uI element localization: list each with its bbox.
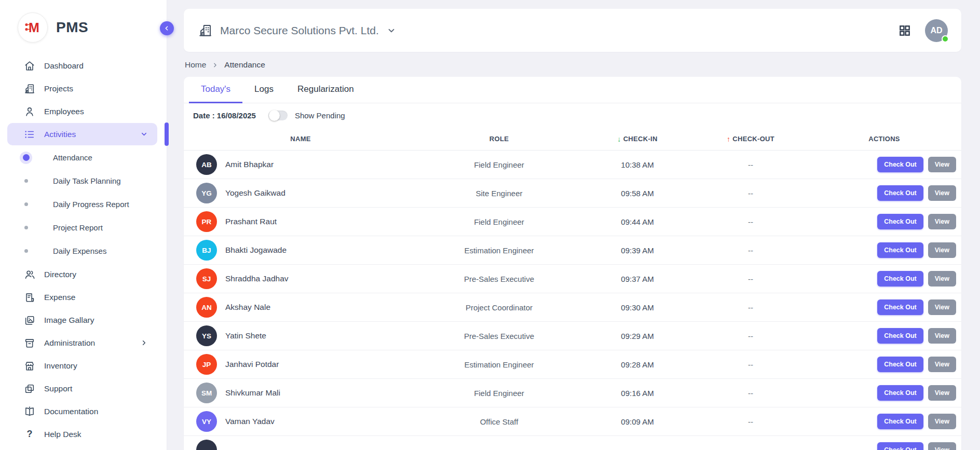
check-out-button[interactable]: Check Out <box>877 242 923 258</box>
topbar: Marco Secure Solutions Pvt. Ltd. AD <box>184 9 961 52</box>
sidebar-item-label: Support <box>44 384 148 393</box>
employee-cell <box>184 440 417 450</box>
online-status-dot <box>942 35 949 43</box>
column-header-check-out[interactable]: ↑CHECK-OUT <box>694 135 807 143</box>
chevron-down <box>140 130 148 138</box>
check-out-button[interactable]: Check Out <box>877 271 923 287</box>
sidebar-item-daily-task-planning[interactable]: Daily Task Planning <box>0 169 167 193</box>
sidebar-item-directory[interactable]: Directory <box>7 263 157 285</box>
employee-role: Field Engineer <box>417 217 581 226</box>
column-header-name: NAME <box>184 135 417 143</box>
sidebar-item-inventory[interactable]: Inventory <box>7 354 157 377</box>
check-out-time: -- <box>694 389 807 398</box>
check-out-time: -- <box>694 189 807 198</box>
row-actions: Check OutView <box>807 242 961 258</box>
bullet-icon <box>20 245 32 257</box>
employee-cell: VYVaman Yadav <box>184 411 417 432</box>
apps-grid-icon[interactable] <box>898 24 911 37</box>
user-avatar[interactable]: AD <box>925 19 948 42</box>
row-actions: Check OutView <box>807 357 961 372</box>
sidebar-item-administration[interactable]: Administration <box>7 332 157 354</box>
view-button[interactable]: View <box>928 185 956 201</box>
table-header: NAMEROLE↓CHECK-IN↑CHECK-OUTACTIONS <box>184 128 961 151</box>
column-header-check-in[interactable]: ↓CHECK-IN <box>581 135 694 143</box>
employee-cell: ANAkshay Nale <box>184 297 417 318</box>
sidebar-item-help-desk[interactable]: ?Help Desk <box>7 423 157 445</box>
tab-regularization[interactable]: Regularization <box>285 77 366 103</box>
sidebar-item-label: Projects <box>44 84 148 93</box>
table-row: BJBhakti JogawadeEstimation Engineer09:3… <box>184 236 961 265</box>
check-out-button[interactable]: Check Out <box>877 442 923 450</box>
check-in-time: 09:29 AM <box>581 332 694 340</box>
view-button[interactable]: View <box>928 157 956 172</box>
employee-role: Office Staff <box>417 417 581 426</box>
employee-name: Yogesh Gaikwad <box>225 188 285 198</box>
sidebar-item-activities[interactable]: Activities <box>7 123 157 145</box>
sidebar-item-documentation[interactable]: Documentation <box>7 400 157 422</box>
column-header-label: CHECK-OUT <box>732 135 774 143</box>
breadcrumb-separator-icon <box>212 62 219 69</box>
sidebar-item-daily-expenses[interactable]: Daily Expenses <box>0 239 167 263</box>
sidebar-nav: DashboardProjectsEmployeesActivitiesAtte… <box>0 54 167 445</box>
row-actions: Check OutView <box>807 414 961 429</box>
check-out-button[interactable]: Check Out <box>877 214 923 229</box>
show-pending-toggle[interactable] <box>268 111 288 120</box>
breadcrumb-item-home[interactable]: Home <box>185 60 206 70</box>
table-row: YSYatin ShetePre-Sales Executive09:29 AM… <box>184 322 961 350</box>
check-out-button[interactable]: Check Out <box>877 414 923 429</box>
sidebar-item-attendance[interactable]: Attendance <box>0 146 167 169</box>
sidebar-item-employees[interactable]: Employees <box>7 100 157 122</box>
sidebar-item-expense[interactable]: Expense <box>7 286 157 308</box>
sidebar-subitem-label: Daily Expenses <box>53 247 106 255</box>
sidebar-item-support[interactable]: Support <box>7 377 157 400</box>
view-button[interactable]: View <box>928 299 956 315</box>
view-button[interactable]: View <box>928 414 956 429</box>
sidebar-item-label: Dashboard <box>44 61 148 71</box>
check-in-time: 10:38 AM <box>581 160 694 169</box>
employee-cell: BJBhakti Jogawade <box>184 240 417 261</box>
sidebar-item-projects[interactable]: Projects <box>7 77 157 100</box>
view-button[interactable]: View <box>928 242 956 258</box>
employee-cell: ABAmit Bhapkar <box>184 154 417 175</box>
sidebar: M PMS DashboardProjectsEmployeesActiviti… <box>0 0 167 450</box>
tab-today-s[interactable]: Today's <box>189 77 242 103</box>
tab-logs[interactable]: Logs <box>242 77 285 103</box>
sidebar-item-dashboard[interactable]: Dashboard <box>7 54 157 77</box>
copy-icon <box>24 383 35 394</box>
view-button[interactable]: View <box>928 357 956 372</box>
view-button[interactable]: View <box>928 385 956 401</box>
sidebar-collapse-button[interactable] <box>160 21 174 35</box>
view-button[interactable]: View <box>928 271 956 287</box>
sort-down-arrow-icon: ↓ <box>617 135 621 143</box>
check-out-button[interactable]: Check Out <box>877 357 923 372</box>
receipt-icon <box>24 292 35 303</box>
company-switcher[interactable]: Marco Secure Solutions Pvt. Ltd. <box>198 23 396 37</box>
row-actions: Check OutView <box>807 385 961 401</box>
question-icon: ? <box>24 429 35 440</box>
bullet-icon <box>20 198 32 211</box>
sidebar-item-daily-progress-report[interactable]: Daily Progress Report <box>0 193 167 216</box>
employee-role: Field Engineer <box>417 160 581 169</box>
sidebar-item-image-gallary[interactable]: Image Gallary <box>7 309 157 331</box>
view-button[interactable]: View <box>928 442 956 450</box>
check-in-time: 09:37 AM <box>581 275 694 283</box>
table-row: YGYogesh GaikwadSite Engineer09:58 AM--C… <box>184 179 961 208</box>
view-button[interactable]: View <box>928 328 956 344</box>
active-edge-bar <box>165 122 169 146</box>
people-icon <box>24 269 35 280</box>
book-icon <box>24 406 35 417</box>
sidebar-item-project-report[interactable]: Project Report <box>0 216 167 239</box>
check-out-button[interactable]: Check Out <box>877 385 923 401</box>
employee-avatar: SJ <box>196 268 217 289</box>
check-out-button[interactable]: Check Out <box>877 328 923 344</box>
check-out-button[interactable]: Check Out <box>877 185 923 201</box>
check-out-button[interactable]: Check Out <box>877 299 923 315</box>
check-out-button[interactable]: Check Out <box>877 157 923 172</box>
breadcrumb: HomeAttendance <box>184 52 961 77</box>
list-icon <box>24 129 35 140</box>
employee-cell: YSYatin Shete <box>184 325 417 346</box>
sidebar-item-label: Documentation <box>44 407 148 416</box>
sidebar-item-label: Expense <box>44 293 148 302</box>
view-button[interactable]: View <box>928 214 956 229</box>
table-controls: Date : 16/08/2025 Show Pending <box>184 103 961 128</box>
